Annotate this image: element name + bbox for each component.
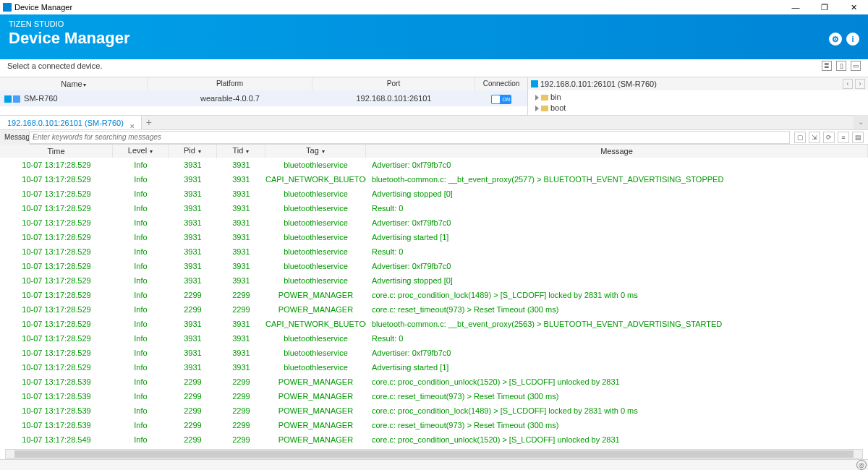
log-pid: 3931 bbox=[169, 332, 217, 346]
tree-node[interactable]: bin bbox=[535, 92, 861, 103]
log-time: 10-07 13:17:28.539 bbox=[0, 404, 113, 418]
clear-icon[interactable]: ⟳ bbox=[823, 132, 835, 143]
col-connection[interactable]: Connection bbox=[475, 77, 527, 90]
device-table-header: Name▾ Platform Port Connection bbox=[0, 77, 527, 90]
connection-toggle[interactable]: ON bbox=[491, 95, 511, 104]
log-row[interactable]: 10-07 13:17:28.529Info39313931bluetoothl… bbox=[0, 244, 868, 259]
log-row[interactable]: 10-07 13:17:28.529Info39313931bluetoothl… bbox=[0, 346, 868, 360]
minimize-button[interactable]: — bbox=[781, 0, 810, 14]
log-row[interactable]: 10-07 13:17:28.529Info39313931bluetoothl… bbox=[0, 158, 868, 172]
log-pid: 3931 bbox=[169, 173, 217, 187]
log-time: 10-07 13:17:28.529 bbox=[0, 260, 113, 273]
gear-icon[interactable]: ⚙ bbox=[829, 33, 842, 46]
device-connection[interactable]: ON bbox=[475, 90, 527, 106]
close-button[interactable]: ✕ bbox=[839, 0, 868, 14]
log-row[interactable]: 10-07 13:17:28.529Info39313931CAPI_NETWO… bbox=[0, 172, 868, 187]
app-icon bbox=[3, 3, 12, 12]
device-row[interactable]: SM-R760 wearable-4.0.0.7 192.168.0.101:2… bbox=[0, 90, 527, 106]
settings-icon[interactable]: ≡ bbox=[838, 132, 849, 143]
log-pid: 3931 bbox=[169, 216, 217, 230]
tree-node[interactable]: boot bbox=[535, 103, 861, 114]
expand-icon[interactable] bbox=[535, 95, 539, 101]
tab-bar: 192.168.0.101:26101 (SM-R760) ✕ + ⌄ bbox=[0, 115, 868, 130]
filter-icon[interactable]: ▢ bbox=[794, 132, 806, 143]
log-time: 10-07 13:17:28.529 bbox=[0, 289, 113, 302]
log-time: 10-07 13:17:28.529 bbox=[0, 303, 113, 317]
log-tag: POWER_MANAGER bbox=[265, 375, 366, 389]
col-name[interactable]: Name▾ bbox=[0, 77, 148, 90]
log-pid: 2299 bbox=[169, 419, 217, 432]
log-level: Info bbox=[113, 303, 169, 317]
view-toolbar: ≣ ▯ ▭ bbox=[822, 61, 861, 72]
log-body[interactable]: 10-07 13:17:28.529Info39313931bluetoothl… bbox=[0, 158, 868, 459]
log-level: Info bbox=[113, 274, 169, 288]
log-tid: 3931 bbox=[217, 361, 265, 375]
log-message: Advertiser: 0xf79fb7c0 bbox=[366, 158, 868, 172]
search-input[interactable] bbox=[29, 131, 790, 144]
col-port[interactable]: Port bbox=[312, 77, 475, 90]
nav-back-icon[interactable]: ‹ bbox=[843, 79, 853, 89]
horizontal-scrollbar[interactable] bbox=[5, 449, 863, 459]
device-tree-icon bbox=[531, 80, 538, 87]
layout-view-icon[interactable]: ▭ bbox=[851, 61, 861, 71]
log-row[interactable]: 10-07 13:17:28.549Info22992299POWER_MANA… bbox=[0, 432, 868, 447]
col-pid[interactable]: Pid ▾ bbox=[169, 145, 217, 158]
log-level: Info bbox=[113, 317, 169, 331]
log-row[interactable]: 10-07 13:17:28.529Info39313931CAPI_NETWO… bbox=[0, 317, 868, 331]
log-tid: 2299 bbox=[217, 390, 265, 403]
log-row[interactable]: 10-07 13:17:28.529Info39313931bluetoothl… bbox=[0, 201, 868, 215]
log-time: 10-07 13:17:28.529 bbox=[0, 346, 113, 360]
log-message: core.c: proc_condition_lock(1489) > [S_L… bbox=[366, 404, 868, 418]
log-tid: 2299 bbox=[217, 404, 265, 418]
log-row[interactable]: 10-07 13:17:28.539Info22992299POWER_MANA… bbox=[0, 375, 868, 389]
log-row[interactable]: 10-07 13:17:28.529Info22992299POWER_MANA… bbox=[0, 302, 868, 317]
log-tag: bluetoothleservice bbox=[265, 346, 366, 360]
log-row[interactable]: 10-07 13:17:28.539Info22992299POWER_MANA… bbox=[0, 389, 868, 403]
log-message: Advertising started [1] bbox=[366, 361, 868, 375]
expand-icon[interactable] bbox=[535, 106, 539, 111]
columns-icon[interactable]: ▤ bbox=[852, 132, 864, 143]
nav-forward-icon[interactable]: › bbox=[855, 79, 865, 89]
log-level: Info bbox=[113, 346, 169, 360]
info-icon[interactable]: i bbox=[846, 33, 859, 46]
log-level: Info bbox=[113, 404, 169, 418]
col-tag[interactable]: Tag ▾ bbox=[265, 145, 366, 158]
tab-menu-icon[interactable]: ⌄ bbox=[854, 115, 868, 129]
close-tab-icon[interactable]: ✕ bbox=[129, 119, 135, 134]
maximize-button[interactable]: ❐ bbox=[810, 0, 839, 14]
col-platform[interactable]: Platform bbox=[148, 77, 312, 90]
col-tid[interactable]: Tid ▾ bbox=[217, 145, 265, 158]
log-row[interactable]: 10-07 13:17:28.529Info22992299POWER_MANA… bbox=[0, 288, 868, 302]
log-row[interactable]: 10-07 13:17:28.529Info39313931bluetoothl… bbox=[0, 230, 868, 244]
target-icon[interactable]: ◎ bbox=[856, 460, 867, 470]
log-row[interactable]: 10-07 13:17:28.529Info39313931bluetoothl… bbox=[0, 187, 868, 201]
log-tid: 3931 bbox=[217, 187, 265, 201]
add-tab-button[interactable]: + bbox=[142, 115, 156, 129]
log-time: 10-07 13:17:28.529 bbox=[0, 361, 113, 375]
log-tid: 2299 bbox=[217, 289, 265, 302]
export-icon[interactable]: ⇲ bbox=[809, 132, 820, 143]
log-tag: POWER_MANAGER bbox=[265, 433, 366, 447]
log-tid: 2299 bbox=[217, 419, 265, 432]
log-row[interactable]: 10-07 13:17:28.529Info39313931bluetoothl… bbox=[0, 331, 868, 346]
log-row[interactable]: 10-07 13:17:28.529Info39313931bluetoothl… bbox=[0, 273, 868, 288]
log-row[interactable]: 10-07 13:17:28.529Info39313931bluetoothl… bbox=[0, 360, 868, 375]
folder-icon bbox=[541, 95, 548, 101]
tab-active[interactable]: 192.168.0.101:26101 (SM-R760) ✕ bbox=[0, 115, 142, 129]
col-time[interactable]: Time bbox=[0, 145, 113, 158]
panel-view-icon[interactable]: ▯ bbox=[836, 61, 846, 71]
col-level[interactable]: Level ▾ bbox=[113, 145, 169, 158]
log-level: Info bbox=[113, 433, 169, 447]
list-view-icon[interactable]: ≣ bbox=[822, 61, 832, 71]
log-row[interactable]: 10-07 13:17:28.529Info39313931bluetoothl… bbox=[0, 259, 868, 273]
log-row[interactable]: 10-07 13:17:28.529Info39313931bluetoothl… bbox=[0, 215, 868, 230]
log-tag: POWER_MANAGER bbox=[265, 404, 366, 418]
log-row[interactable]: 10-07 13:17:28.539Info22992299POWER_MANA… bbox=[0, 418, 868, 432]
log-tid: 3931 bbox=[217, 317, 265, 331]
log-row[interactable]: 10-07 13:17:28.539Info22992299POWER_MANA… bbox=[0, 403, 868, 418]
log-pid: 2299 bbox=[169, 375, 217, 389]
log-level: Info bbox=[113, 375, 169, 389]
log-time: 10-07 13:17:28.529 bbox=[0, 274, 113, 288]
log-time: 10-07 13:17:28.529 bbox=[0, 317, 113, 331]
col-message[interactable]: Message bbox=[366, 145, 868, 158]
